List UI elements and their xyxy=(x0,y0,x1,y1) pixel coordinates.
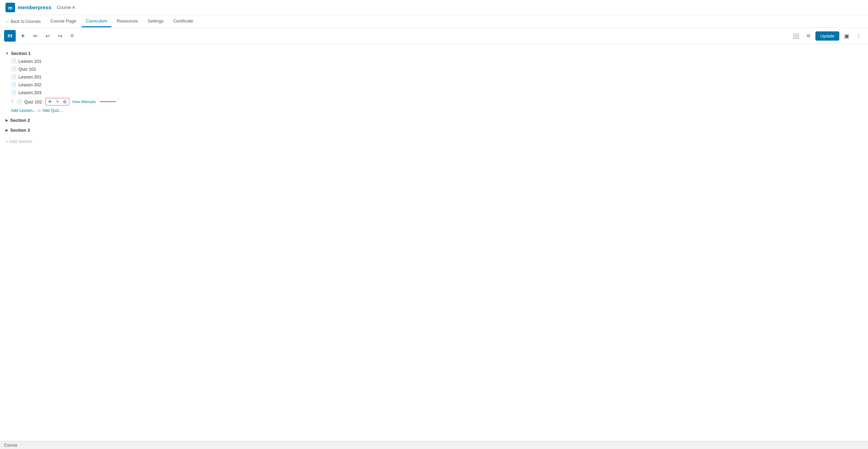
undo-icon: ↩ xyxy=(45,33,50,39)
list-item: 📄 Lesson 203 xyxy=(11,89,111,97)
add-lesson-quiz-row: Add Lesson... or Add Quiz... xyxy=(11,107,111,114)
section-3-label: Section 3 xyxy=(10,128,30,133)
section-1-label: Section 1 xyxy=(11,51,31,56)
external-link-icon: ⧉ xyxy=(807,33,810,39)
drag-handle-icon[interactable]: ⠿ xyxy=(11,99,14,104)
tab-course-page[interactable]: Course Page xyxy=(46,16,80,27)
section-1-content: 📄 Lesson 101 📄 Quiz 101 📄 Lesson 201 📄 L… xyxy=(11,57,111,114)
m-button[interactable]: m xyxy=(4,30,16,42)
list-item: 📄 Lesson 201 xyxy=(11,73,111,81)
more-options-icon: ⋮ xyxy=(856,33,862,39)
section-2-container: ▶ Section 2 xyxy=(5,116,111,124)
or-label: or xyxy=(37,108,41,113)
tab-certificate[interactable]: Certificate xyxy=(169,16,197,27)
list-item: 📄 Lesson 101 xyxy=(11,57,111,65)
red-arrow-line xyxy=(100,101,116,102)
section-1-container: ▼ Section 1 📄 Lesson 101 📄 Quiz 101 📄 Le xyxy=(5,49,111,114)
quiz-102-label[interactable]: Quiz 102 xyxy=(24,99,42,104)
toolbar-right: ⬜ ⧉ Update ▣ ⋮ xyxy=(791,31,864,41)
status-bar: Course xyxy=(0,441,868,441)
toolbar-left: m + ✏ ↩ ↪ ≡ xyxy=(4,30,77,42)
quiz-file-icon: 📄 xyxy=(11,67,16,72)
section-2-label: Section 2 xyxy=(10,118,30,123)
back-to-courses-link[interactable]: ← Back to Courses xyxy=(5,19,41,24)
course-name: Course A xyxy=(57,5,75,10)
window-icon: ⬜ xyxy=(793,33,799,39)
toolbar: m + ✏ ↩ ↪ ≡ ⬜ ⧉ Update ▣ ⋮ xyxy=(0,28,868,44)
logo-area: m memberpress Course A xyxy=(5,3,75,12)
logo-text: memberpress xyxy=(18,4,51,10)
lesson-202-file-icon: 📄 xyxy=(11,82,16,87)
list-item: 📄 Lesson 202 xyxy=(11,81,111,89)
section-3-header[interactable]: ▶ Section 3 xyxy=(5,126,111,134)
lesson-203-file-icon: 📄 xyxy=(11,90,16,95)
add-button[interactable]: + xyxy=(18,31,28,41)
tab-settings[interactable]: Settings xyxy=(143,16,168,27)
tab-curriculum[interactable]: Curriculum xyxy=(82,16,111,27)
edit-icon[interactable]: ✎ xyxy=(54,99,60,105)
list-icon: ≡ xyxy=(70,33,73,39)
svg-text:m: m xyxy=(8,5,12,11)
section-3-container: ▶ Section 3 xyxy=(5,126,111,134)
list-button[interactable]: ≡ xyxy=(67,31,77,41)
panel-icon: ▣ xyxy=(844,33,849,39)
more-options-button[interactable]: ⋮ xyxy=(854,31,864,41)
section-1-arrow-icon: ▼ xyxy=(5,52,9,55)
quiz-102-file-icon: 📄 xyxy=(17,99,22,104)
lesson-201-label[interactable]: Lesson 201 xyxy=(18,74,41,79)
top-bar: m memberpress Course A xyxy=(0,0,868,15)
lesson-file-icon: 📄 xyxy=(11,59,16,64)
nav-tabs: ← Back to Courses Course Page Curriculum… xyxy=(0,15,868,28)
arrow-annotation xyxy=(100,100,116,103)
section-3-arrow-icon: ▶ xyxy=(5,128,8,132)
quiz-102-item: ⠿ 📄 Quiz 102 👁 ✎ ⚙ View Attempts xyxy=(11,97,111,107)
section-2-arrow-icon: ▶ xyxy=(5,118,8,122)
undo-button[interactable]: ↩ xyxy=(42,31,53,41)
m-button-label: m xyxy=(8,33,12,39)
lesson-201-file-icon: 📄 xyxy=(11,74,16,79)
main-content: ▼ Section 1 📄 Lesson 101 📄 Quiz 101 📄 Le xyxy=(0,44,868,441)
add-quiz-link[interactable]: Add Quiz... xyxy=(42,108,62,113)
pencil-button[interactable]: ✏ xyxy=(30,31,40,41)
curriculum-panel: ▼ Section 1 📄 Lesson 101 📄 Quiz 101 📄 Le xyxy=(0,44,116,441)
memberpress-logo-icon: m xyxy=(5,3,15,12)
list-item: 📄 Quiz 101 xyxy=(11,65,111,73)
add-section-label: + Add section xyxy=(5,139,32,144)
panel-button[interactable]: ▣ xyxy=(841,31,852,41)
section-2-header[interactable]: ▶ Section 2 xyxy=(5,116,111,124)
eye-icon[interactable]: 👁 xyxy=(47,99,53,105)
window-button[interactable]: ⬜ xyxy=(791,31,801,41)
quiz-101-label[interactable]: Quiz 101 xyxy=(18,67,36,72)
settings-icon[interactable]: ⚙ xyxy=(62,99,68,105)
lesson-202-label[interactable]: Lesson 202 xyxy=(18,82,41,87)
lesson-101-label[interactable]: Lesson 101 xyxy=(18,59,41,64)
section-1-header[interactable]: ▼ Section 1 xyxy=(5,49,111,57)
add-section-button[interactable]: + Add section xyxy=(5,136,111,147)
lesson-203-label[interactable]: Lesson 203 xyxy=(18,90,41,95)
pencil-icon: ✏ xyxy=(33,33,38,39)
external-link-button[interactable]: ⧉ xyxy=(803,31,813,41)
add-lesson-link[interactable]: Add Lesson... xyxy=(11,108,36,113)
update-button[interactable]: Update xyxy=(815,31,839,41)
tab-resources[interactable]: Resources xyxy=(113,16,142,27)
quiz-actions: 👁 ✎ ⚙ xyxy=(45,98,69,105)
add-icon: + xyxy=(21,32,25,40)
redo-icon: ↪ xyxy=(58,33,62,39)
view-attempts-link[interactable]: View Attempts xyxy=(72,100,96,104)
redo-button[interactable]: ↪ xyxy=(55,31,65,41)
